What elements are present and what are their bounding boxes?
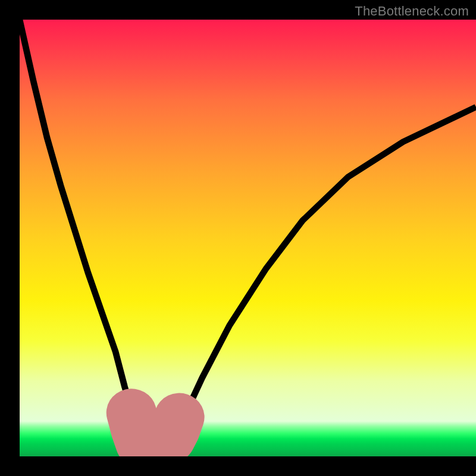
bottleneck-curve xyxy=(20,20,476,447)
valley-highlight xyxy=(131,413,180,448)
chart-container: TheBottleneck.com xyxy=(0,0,476,476)
plot-area xyxy=(20,20,476,456)
watermark-text: TheBottleneck.com xyxy=(355,4,469,19)
chart-svg xyxy=(20,20,476,456)
